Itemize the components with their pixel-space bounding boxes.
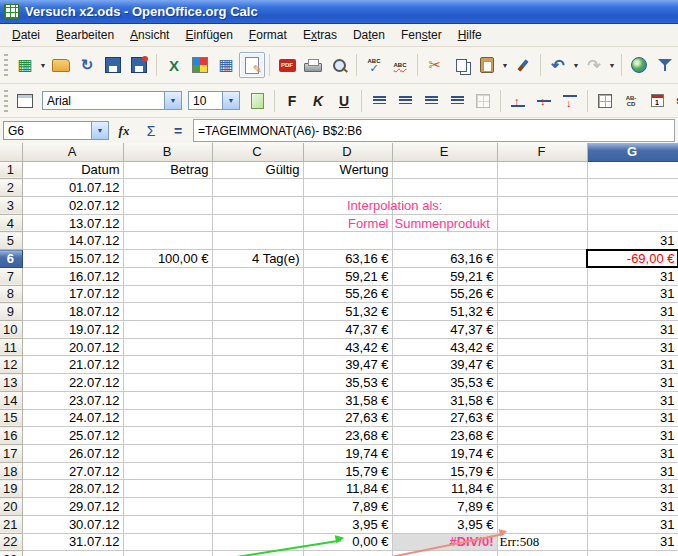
- cell-E1[interactable]: [392, 161, 497, 179]
- row-header-6[interactable]: 6: [0, 250, 22, 268]
- cell-F2[interactable]: [497, 179, 587, 197]
- cell-D1[interactable]: Wertung: [303, 161, 392, 179]
- cell-B4[interactable]: [123, 214, 212, 232]
- cell-C15[interactable]: [212, 409, 303, 427]
- cell-A20[interactable]: 29.07.12: [22, 498, 123, 516]
- cell-D13[interactable]: 35,53 €: [303, 374, 392, 392]
- cell-E2[interactable]: [392, 179, 497, 197]
- cell-A18[interactable]: 27.07.12: [22, 462, 123, 480]
- number-format-button[interactable]: AB-CD: [618, 88, 644, 114]
- cell-B13[interactable]: [123, 374, 212, 392]
- column-header-B[interactable]: B: [123, 143, 212, 161]
- cell-C5[interactable]: [212, 232, 303, 250]
- cell-F23[interactable]: [497, 551, 587, 556]
- cell-G12[interactable]: 31: [587, 356, 678, 374]
- row-header-13[interactable]: 13: [0, 374, 22, 392]
- cell-E18[interactable]: 15,79 €: [392, 462, 497, 480]
- cell-A17[interactable]: 26.07.12: [22, 445, 123, 463]
- cell-E11[interactable]: 43,42 €: [392, 338, 497, 356]
- cell-G11[interactable]: 31: [587, 338, 678, 356]
- borders-button[interactable]: [592, 88, 618, 114]
- cell-A13[interactable]: 22.07.12: [22, 374, 123, 392]
- cell-F3[interactable]: [497, 196, 587, 214]
- cell-F20[interactable]: [497, 498, 587, 516]
- cell-G10[interactable]: 31: [587, 320, 678, 338]
- align-center-button[interactable]: [392, 88, 418, 114]
- cell-F7[interactable]: [497, 267, 587, 285]
- row-header-1[interactable]: 1: [0, 161, 22, 179]
- undo-dropdown[interactable]: ▼: [571, 52, 581, 78]
- cell-D7[interactable]: 59,21 €: [303, 267, 392, 285]
- menu-bearbeiten[interactable]: Bearbeiten: [48, 25, 122, 45]
- cell-E5[interactable]: [392, 232, 497, 250]
- cell-C6[interactable]: 4 Tag(e): [212, 250, 303, 268]
- cell-B10[interactable]: [123, 320, 212, 338]
- cell-G18[interactable]: 31: [587, 462, 678, 480]
- align-middle-button[interactable]: ↕: [531, 88, 557, 114]
- select-all-corner[interactable]: [0, 143, 22, 161]
- row-header-23[interactable]: 23: [0, 551, 22, 556]
- cell-C7[interactable]: [212, 267, 303, 285]
- cell-F9[interactable]: [497, 303, 587, 321]
- cell-D23[interactable]: [303, 551, 392, 556]
- cell-A15[interactable]: 24.07.12: [22, 409, 123, 427]
- merge-cells-button[interactable]: [470, 88, 496, 114]
- cell-C2[interactable]: [212, 179, 303, 197]
- cell-A11[interactable]: 20.07.12: [22, 338, 123, 356]
- print-button[interactable]: [300, 52, 326, 78]
- cell-F16[interactable]: [497, 427, 587, 445]
- cell-D11[interactable]: 43,42 €: [303, 338, 392, 356]
- sum-button[interactable]: Σ: [139, 121, 163, 141]
- cell-B3[interactable]: [123, 196, 212, 214]
- row-header-10[interactable]: 10: [0, 320, 22, 338]
- cell-G14[interactable]: 31: [587, 391, 678, 409]
- cell-G16[interactable]: 31: [587, 427, 678, 445]
- cell-B23[interactable]: [123, 551, 212, 556]
- date-format-button[interactable]: 1: [644, 88, 670, 114]
- redo-dropdown[interactable]: ▼: [607, 52, 617, 78]
- cell-D4[interactable]: Formel: [303, 214, 392, 232]
- cell-E16[interactable]: 23,68 €: [392, 427, 497, 445]
- cell-C3[interactable]: [212, 196, 303, 214]
- row-header-22[interactable]: 22: [0, 533, 22, 551]
- cell-E12[interactable]: 39,47 €: [392, 356, 497, 374]
- cell-F6[interactable]: [497, 250, 587, 268]
- cell-D14[interactable]: 31,58 €: [303, 391, 392, 409]
- cell-C21[interactable]: [212, 515, 303, 533]
- row-header-20[interactable]: 20: [0, 498, 22, 516]
- cell-F21[interactable]: [497, 515, 587, 533]
- toolbar-grip[interactable]: [4, 90, 8, 112]
- cell-A22[interactable]: 31.07.12: [22, 533, 123, 551]
- cell-C12[interactable]: [212, 356, 303, 374]
- cell-C16[interactable]: [212, 427, 303, 445]
- auto-spellcheck-button[interactable]: ABC: [387, 52, 413, 78]
- row-header-8[interactable]: 8: [0, 285, 22, 303]
- cell-C19[interactable]: [212, 480, 303, 498]
- styles-button[interactable]: [12, 88, 38, 114]
- font-size-combo[interactable]: 10 ▼: [188, 91, 240, 110]
- cell-A19[interactable]: 28.07.12: [22, 480, 123, 498]
- cell-G17[interactable]: 31: [587, 445, 678, 463]
- cell-A12[interactable]: 21.07.12: [22, 356, 123, 374]
- cell-A3[interactable]: 02.07.12: [22, 196, 123, 214]
- cell-F18[interactable]: [497, 462, 587, 480]
- cell-B1[interactable]: Betrag: [123, 161, 212, 179]
- cell-A5[interactable]: 14.07.12: [22, 232, 123, 250]
- cell-A21[interactable]: 30.07.12: [22, 515, 123, 533]
- cell-D20[interactable]: 7,89 €: [303, 498, 392, 516]
- cell-F19[interactable]: [497, 480, 587, 498]
- menu-format[interactable]: Format: [241, 25, 295, 45]
- page-format-button[interactable]: [244, 88, 270, 114]
- insert-table-button[interactable]: ▦: [213, 52, 239, 78]
- cell-B11[interactable]: [123, 338, 212, 356]
- cell-C1[interactable]: Gültig: [212, 161, 303, 179]
- cell-B16[interactable]: [123, 427, 212, 445]
- row-header-19[interactable]: 19: [0, 480, 22, 498]
- font-name-dropdown-icon[interactable]: ▼: [164, 92, 181, 109]
- cell-B6[interactable]: 100,00 €: [123, 250, 212, 268]
- cell-G2[interactable]: [587, 179, 678, 197]
- spellcheck-button[interactable]: ABC✓: [361, 52, 387, 78]
- cell-G22[interactable]: 31: [587, 533, 678, 551]
- underline-button[interactable]: U: [331, 88, 357, 114]
- hyperlink-button[interactable]: [626, 52, 652, 78]
